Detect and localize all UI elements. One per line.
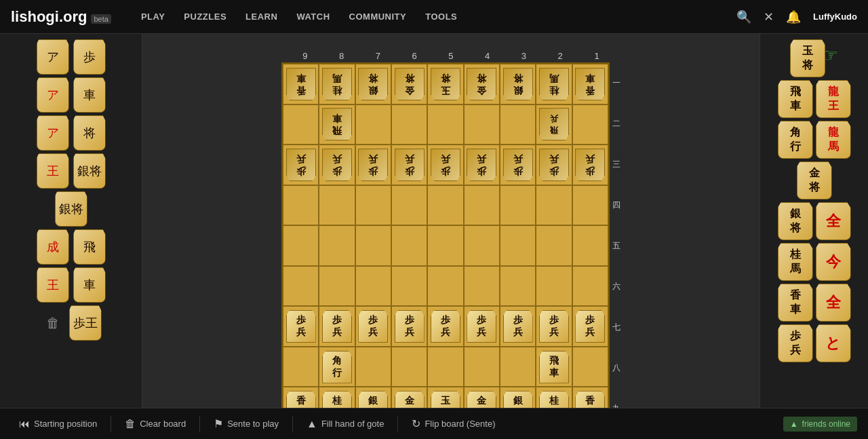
piece-fuhyo[interactable]: 歩兵	[358, 149, 388, 181]
cell-4c[interactable]: 歩兵	[464, 145, 500, 185]
piece-ginsho[interactable]: 銀将	[358, 68, 388, 100]
cell-9c[interactable]: 歩兵	[283, 145, 319, 185]
cell-9g[interactable]: 歩兵	[283, 306, 319, 347]
right-piece-tokin[interactable]: と	[816, 324, 851, 362]
cell-6d[interactable]	[391, 185, 427, 226]
cell-8a[interactable]: 桂馬	[319, 64, 355, 104]
right-piece-narigin[interactable]: 全	[816, 202, 851, 240]
nav-play[interactable]: PLAY	[132, 0, 174, 34]
cell-7g[interactable]: 歩兵	[355, 306, 391, 347]
piece-kyosha[interactable]: 香車	[286, 68, 316, 100]
cell-4a[interactable]: 金将	[464, 64, 500, 104]
piece-tile[interactable]: ア	[37, 115, 69, 151]
right-piece-ryuoh[interactable]: 龍王	[816, 80, 851, 118]
cell-4g[interactable]: 歩兵	[464, 306, 500, 347]
cell-3f[interactable]	[500, 266, 536, 307]
cell-2d[interactable]	[536, 185, 572, 226]
piece-tile[interactable]: 銀将	[73, 153, 106, 189]
cell-1e[interactable]	[572, 225, 608, 266]
cell-3b[interactable]	[500, 104, 536, 145]
right-piece-kinsho[interactable]: 金将	[797, 161, 832, 199]
piece-fuhyo[interactable]: 歩兵	[503, 149, 533, 181]
cell-8f[interactable]	[319, 266, 355, 307]
cell-3a[interactable]: 銀将	[500, 64, 536, 104]
piece-tile[interactable]: 車	[73, 77, 106, 113]
cell-2e[interactable]	[536, 225, 572, 266]
cell-2g[interactable]: 歩兵	[536, 306, 572, 347]
piece-tile[interactable]: 歩	[73, 39, 106, 75]
piece-fuhyo[interactable]: 歩兵	[322, 310, 352, 343]
cell-5b[interactable]	[427, 104, 463, 145]
cell-5a[interactable]: 玉将	[427, 64, 463, 104]
cell-8b[interactable]: 飛車	[319, 104, 355, 145]
nav-community[interactable]: COMMUNITY	[340, 0, 416, 34]
cell-9d[interactable]	[283, 185, 319, 226]
clear-board-button[interactable]: 🗑 Clear board	[117, 414, 194, 434]
piece-kakugyo[interactable]: 飛兵	[539, 108, 569, 140]
piece-fuhyo[interactable]: 歩兵	[431, 149, 460, 181]
piece-tile[interactable]: 飛	[73, 229, 106, 265]
piece-fuhyo[interactable]: 歩兵	[575, 149, 605, 181]
bell-icon[interactable]: 🔔	[786, 9, 801, 24]
cell-1h[interactable]	[572, 347, 608, 387]
starting-position-button[interactable]: ⏮ Starting position	[11, 414, 105, 434]
right-piece-ginsho[interactable]: 銀将	[778, 202, 813, 240]
cell-6e[interactable]	[391, 225, 427, 266]
cell-5f[interactable]	[427, 266, 463, 307]
right-piece-kyosha[interactable]: 香車	[778, 284, 813, 322]
piece-keima[interactable]: 桂馬	[539, 68, 569, 100]
piece-fuhyo[interactable]: 歩兵	[358, 310, 388, 343]
cell-4d[interactable]	[464, 185, 500, 226]
nav-tools[interactable]: TOOLS	[416, 0, 467, 34]
site-logo[interactable]: lishogi.org	[11, 8, 87, 26]
cell-6b[interactable]	[391, 104, 427, 145]
piece-fuhyo[interactable]: 歩兵	[286, 310, 316, 343]
sente-to-play-button[interactable]: ⚑ Sente to play	[205, 413, 287, 434]
piece-kinsho[interactable]: 金将	[395, 68, 425, 100]
cell-9f[interactable]	[283, 266, 319, 307]
piece-tile[interactable]: 王	[37, 153, 69, 189]
right-piece-hisha[interactable]: 飛車	[778, 80, 813, 118]
fill-hand-button[interactable]: ▲ Fill hand of gote	[298, 414, 392, 434]
piece-fuhyo[interactable]: 歩兵	[322, 149, 352, 181]
cell-8e[interactable]	[319, 225, 355, 266]
piece-tile[interactable]: 成	[37, 229, 69, 265]
piece-tile[interactable]: 歩王	[69, 305, 102, 341]
piece-fuhyo[interactable]: 歩兵	[539, 149, 569, 181]
cell-6a[interactable]: 金将	[391, 64, 427, 104]
cell-5g[interactable]: 歩兵	[427, 306, 463, 347]
cell-5h[interactable]	[427, 347, 463, 387]
piece-tile[interactable]: 将	[73, 115, 106, 151]
right-piece-kakugyo[interactable]: 角行	[778, 121, 813, 159]
cell-9b[interactable]	[283, 104, 319, 145]
cell-5c[interactable]: 歩兵	[427, 145, 463, 185]
cell-6h[interactable]	[391, 347, 427, 387]
cell-3h[interactable]	[500, 347, 536, 387]
piece-fuhyo[interactable]: 歩兵	[467, 149, 496, 181]
cell-9a[interactable]: 香車	[283, 64, 319, 104]
cell-4f[interactable]	[464, 266, 500, 307]
cell-8g[interactable]: 歩兵	[319, 306, 355, 347]
piece-fuhyo[interactable]: 歩兵	[431, 310, 460, 343]
shogi-board[interactable]: 香車 桂馬 銀将 金将 玉将 金将 銀将 桂馬 香車	[281, 62, 610, 429]
piece-kinsho[interactable]: 金将	[467, 68, 496, 100]
right-piece-gyoku[interactable]: 玉将	[790, 39, 825, 77]
piece-fuhyo[interactable]: 歩兵	[503, 310, 533, 343]
cell-2b[interactable]: 飛兵	[536, 104, 572, 145]
cell-4b[interactable]	[464, 104, 500, 145]
right-piece-keima[interactable]: 桂馬	[778, 243, 813, 281]
cell-2h[interactable]: 飛車	[536, 347, 572, 387]
cell-7a[interactable]: 銀将	[355, 64, 391, 104]
cell-1a[interactable]: 香車	[572, 64, 608, 104]
right-piece-ryuma[interactable]: 龍馬	[816, 121, 851, 159]
cell-8h[interactable]: 角行	[319, 347, 355, 387]
cell-7c[interactable]: 歩兵	[355, 145, 391, 185]
cell-7b[interactable]	[355, 104, 391, 145]
cell-3e[interactable]	[500, 225, 536, 266]
nav-puzzles[interactable]: PUZZLES	[174, 0, 236, 34]
piece-hisha[interactable]: 飛車	[539, 351, 569, 383]
cell-6g[interactable]: 歩兵	[391, 306, 427, 347]
cell-5e[interactable]	[427, 225, 463, 266]
cell-7f[interactable]	[355, 266, 391, 307]
right-piece-narikyou[interactable]: 全	[816, 284, 851, 322]
